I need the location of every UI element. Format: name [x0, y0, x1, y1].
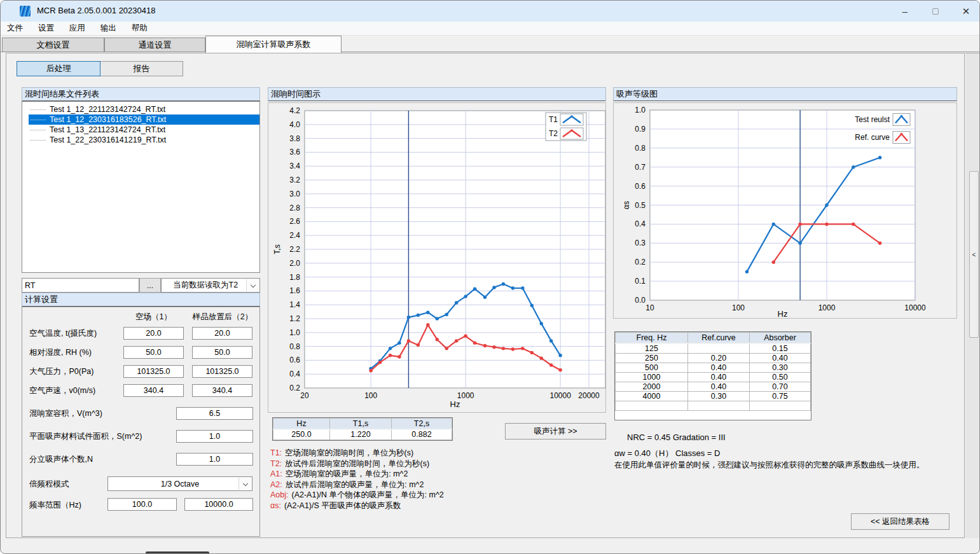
collapse-panel-handle[interactable]: < [969, 171, 979, 338]
svg-text:Test reulst: Test reulst [855, 115, 890, 124]
freq-max-field[interactable] [184, 498, 253, 511]
tab-document-settings[interactable]: 文档设置 [2, 38, 104, 52]
room-volume-field[interactable] [176, 407, 253, 420]
menu-settings[interactable]: 设置 [38, 23, 54, 34]
menu-application[interactable]: 应用 [69, 23, 85, 34]
octave-mode-label: 倍频程模式 [29, 478, 69, 490]
svg-text:0.2: 0.2 [289, 384, 300, 392]
absorption-grade-chart[interactable]: 0.00.10.20.30.40.50.60.70.80.91.01010010… [613, 102, 957, 319]
single-value-warning: 在使用此单值评价量的时候，强烈建议与按照标准获得的完整的吸声系数曲线一块使用。 [614, 460, 951, 471]
result-file-list: Test 1_12_221123142724_RT.txt Test 1_12_… [22, 101, 260, 273]
humidity-label: 相对湿度, RH (%) [29, 346, 92, 359]
table-header-row: Freq. Hz Ref.curve Absorber [616, 333, 811, 343]
close-button[interactable]: ✕ [951, 1, 980, 22]
table-row[interactable]: 2500.200.40 [616, 353, 811, 363]
freq-min-field[interactable] [107, 498, 177, 511]
browse-button[interactable]: ... [139, 278, 161, 293]
svg-text:10000: 10000 [904, 303, 926, 312]
pressure-field-2[interactable] [192, 365, 252, 378]
note-key: A2: [270, 480, 282, 489]
freq-range-label: 频率范围（Hz) [29, 499, 81, 511]
svg-text:1.0: 1.0 [635, 106, 645, 114]
svg-text:T,s: T,s [273, 244, 282, 254]
svg-text:4.2: 4.2 [289, 106, 300, 115]
col-absorber: Absorber [750, 333, 811, 343]
svg-text:0.4: 0.4 [635, 219, 645, 228]
sound-speed-label: 空气声速，v0(m/s) [29, 384, 95, 397]
pressure-field-1[interactable] [123, 365, 184, 378]
absorber-count-field[interactable] [176, 453, 253, 466]
svg-text:T1: T1 [549, 115, 558, 124]
background-window-edge [146, 551, 209, 554]
svg-text:20000: 20000 [578, 391, 600, 400]
tab-reverb-absorption[interactable]: 混响室计算吸声系数 [205, 36, 342, 53]
list-item[interactable]: Test 1_13_221123142724_RT.txt [29, 125, 259, 135]
tab-channel-settings[interactable]: 通道设置 [104, 38, 205, 52]
menu-help[interactable]: 帮助 [132, 23, 148, 34]
svg-text:0.1: 0.1 [635, 277, 645, 286]
svg-text:2.4: 2.4 [289, 231, 300, 240]
list-item[interactable]: Test 1_12_230316183526_RT.txt [29, 114, 259, 125]
svg-text:Hz: Hz [450, 399, 460, 409]
data-mode-dropdown[interactable]: 当前数据读取为T2 [161, 278, 260, 293]
table-row[interactable]: 20000.400.70 [616, 382, 811, 391]
minimize-button[interactable]: – [890, 1, 920, 22]
svg-text:1.6: 1.6 [289, 286, 300, 295]
table-row[interactable]: 5000.400.30 [616, 363, 811, 372]
sound-speed-field-1[interactable] [123, 384, 184, 397]
rt-chart-title: 混响时间图示 [268, 87, 606, 101]
subtab-postprocess[interactable]: 后处理 [17, 61, 100, 76]
table-header-row: Hz T1,s T2,s [273, 419, 452, 429]
svg-text:1.8: 1.8 [289, 273, 300, 282]
tree-connector-icon [30, 140, 46, 141]
app-window: MCR Beta 2.05.0.001 20230418 – ✕ 文件 设置 应… [0, 0, 980, 554]
absorption-calc-button[interactable]: 吸声计算 >> [505, 423, 606, 440]
pressure-label: 大气压力，P0(Pa) [29, 365, 93, 378]
note-key: T1: [270, 448, 282, 457]
tree-connector-icon [30, 109, 46, 110]
return-results-button[interactable]: << 返回结果表格 [851, 513, 949, 530]
humidity-field-2[interactable] [192, 346, 252, 359]
octave-mode-dropdown[interactable]: 1/3 Octave [107, 476, 252, 491]
note-text: 空场混响室的吸声量，单位为: m^2 [286, 469, 408, 478]
table-row[interactable]: 40000.300.75 [616, 391, 811, 401]
menu-output[interactable]: 输出 [100, 23, 116, 34]
sample-area-field[interactable] [176, 430, 253, 443]
note-key: αs: [270, 501, 281, 510]
svg-text:1000: 1000 [818, 303, 836, 312]
menu-file[interactable]: 文件 [7, 23, 23, 34]
room-volume-label: 混响室容积，V(m^3) [29, 407, 102, 420]
svg-text:1.4: 1.4 [289, 300, 300, 309]
absorber-count-label: 分立吸声体个数,N [29, 453, 93, 466]
table-row[interactable]: 1250.15 [616, 343, 811, 354]
file-name: Test 1_13_221123142724_RT.txt [50, 125, 165, 134]
col-t1: T1,s [330, 419, 392, 429]
table-row[interactable]: 10000.400.50 [616, 372, 811, 382]
humidity-field-1[interactable] [123, 346, 184, 359]
subtab-report[interactable]: 报告 [100, 61, 183, 76]
svg-text:1000: 1000 [457, 391, 474, 400]
rt-name-input[interactable] [22, 278, 139, 293]
col-freq: Freq. Hz [616, 333, 688, 343]
maximize-icon [932, 8, 939, 15]
col-hz: Hz [273, 419, 330, 429]
list-item[interactable]: Test 1_12_221123142724_RT.txt [29, 104, 259, 114]
maximize-button[interactable] [921, 1, 950, 22]
note-key: T2: [270, 459, 282, 468]
tree-connector-icon [30, 130, 46, 130]
tree-connector-icon [30, 120, 46, 120]
air-temp-field-1[interactable] [123, 327, 184, 340]
table-row[interactable]: 250.0 1.220 0.882 [273, 429, 452, 440]
definitions-notes: T1:空场混响室的混响时间，单位为秒(s) T2:放试件后混响室的混响时间，单位… [270, 448, 604, 511]
rt-chart[interactable]: 0.20.40.60.81.01.21.41.61.82.02.22.42.62… [268, 102, 606, 413]
list-item[interactable]: Test 1_22_230316141219_RT.txt [29, 135, 259, 145]
col-refcurve: Ref.curve [688, 333, 750, 343]
svg-text:0.0: 0.0 [635, 296, 645, 305]
svg-text:2.2: 2.2 [289, 245, 300, 254]
window-title: MCR Beta 2.05.0.001 20230418 [37, 6, 155, 15]
svg-text:0.8: 0.8 [635, 144, 645, 153]
svg-text:Hz: Hz [778, 309, 788, 319]
sound-speed-field-2[interactable] [192, 384, 252, 397]
sample-area-label: 平面吸声材料试件面积，S(m^2) [29, 430, 142, 443]
air-temp-field-2[interactable] [192, 327, 252, 340]
